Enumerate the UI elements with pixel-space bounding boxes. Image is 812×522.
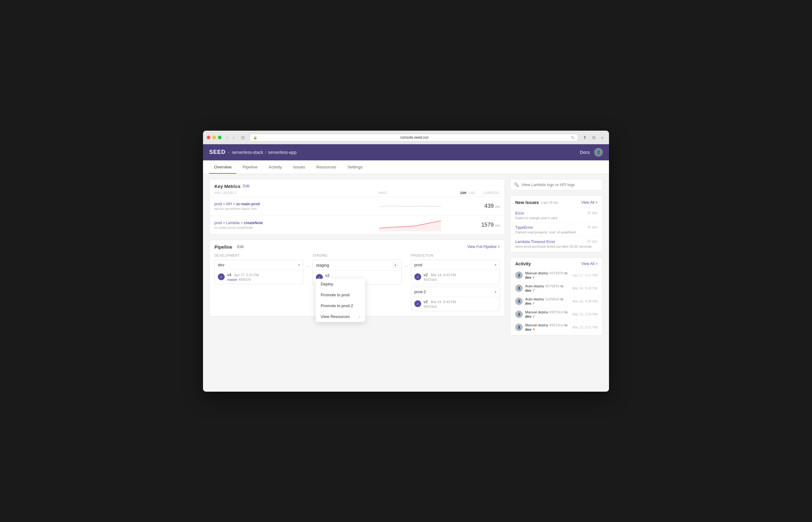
activity-text-2: Auto-deploy 1a266a5 to dev ✓ <box>525 297 570 306</box>
share-button[interactable]: ⬆ <box>581 134 588 141</box>
breadcrumb-app[interactable]: serverless-app <box>268 150 296 155</box>
activity-row-0: 👤 Manual deploy 45f507b to dev ✓ Apr 17,… <box>510 269 603 282</box>
search-input[interactable] <box>521 182 599 187</box>
nav-buttons: ‹ › <box>225 134 236 141</box>
new-tab-button[interactable]: ⧉ <box>590 134 597 141</box>
stage-label-prod: PRODUCTION <box>411 254 500 257</box>
activity-time-3: Mar 13, 3:34 PM <box>572 313 598 316</box>
more-button[interactable]: » <box>599 134 605 141</box>
activity-text-3: Manual deploy 4937dcd to dev ✓ <box>525 310 570 319</box>
metrics-header: Key Metrics Edit <box>209 179 505 191</box>
new-issues-card: New Issues Last 24 hrs View All > Error … <box>510 195 603 252</box>
metric-info-0: prod > API > sc-main-prod api-eu.serverl… <box>214 202 345 210</box>
staging-dropdown-menu: Deploy Promote to prod Promote to prod-2… <box>316 279 365 322</box>
view-resources-arrow: › <box>359 314 360 319</box>
issue-name-1[interactable]: TypeError <box>515 225 533 230</box>
activity-header: Activity View All > <box>510 258 603 269</box>
deploy-check-prod2: ✓ <box>414 300 421 307</box>
metrics-edit-link[interactable]: Edit <box>243 184 249 188</box>
env-card-prod2: prod-2 ▾ ✓ v2 Mar 24, 9:43 PM <box>411 287 500 311</box>
tab-resources[interactable]: Resources <box>311 160 341 174</box>
env-card-prod: prod ▾ ✓ v2 Mar 24, 9:43 PM <box>411 260 500 284</box>
minimize-button[interactable] <box>212 136 216 139</box>
search-box: 🔍 <box>510 179 603 190</box>
col-p95: P95 LATENCY <box>214 191 316 195</box>
period-24h[interactable]: 24H <box>460 191 466 195</box>
metric-subpath-0: api-eu.serverless-stack.com <box>214 207 345 210</box>
tab-settings[interactable]: Settings <box>342 160 368 174</box>
activity-time-1: Mar 24, 9:49 PM <box>572 286 598 290</box>
reload-button[interactable]: ↻ <box>571 135 575 140</box>
activity-view-all[interactable]: View All > <box>581 262 598 266</box>
env-card-header-prod2: prod-2 ▾ <box>411 287 499 297</box>
stage-label-staging: STAGING <box>313 254 401 257</box>
env-dropdown-prod2[interactable]: ▾ <box>495 290 496 294</box>
back-button[interactable]: ‹ <box>225 134 230 141</box>
activity-avatar-1: 👤 <box>515 284 523 292</box>
tab-issues[interactable]: Issues <box>288 160 310 174</box>
metric-path-0[interactable]: prod > API > sc-main-prod <box>214 202 345 206</box>
address-bar: 🔒 console.seed.run ↻ <box>250 134 578 141</box>
docs-link[interactable]: Docs <box>580 150 590 155</box>
app-header: SEED › serverless-stack / serverless-app… <box>203 144 609 160</box>
dropdown-item-view-resources[interactable]: View Resources › <box>316 311 365 322</box>
env-dropdown-staging[interactable]: ▾ <box>392 263 398 268</box>
dropdown-item-promote-prod2[interactable]: Promote to prod-2 <box>316 300 365 311</box>
activity-avatar-0: 👤 <box>515 272 523 279</box>
stage-production: PRODUCTION prod ▾ ✓ <box>411 254 500 311</box>
search-icon: 🔍 <box>514 182 519 187</box>
metric-info-1: prod > Lambda > createNote sc-notes-prod… <box>214 221 345 229</box>
env-dropdown-prod[interactable]: ▾ <box>495 263 496 266</box>
tab-overview[interactable]: Overview <box>209 160 236 174</box>
col-periods: 24H 14D <box>450 191 475 195</box>
logo[interactable]: SEED <box>209 149 226 156</box>
activity-row-1: 👤 Auto-deploy 45f507b to dev ✓ Mar 24, 9… <box>510 282 603 295</box>
metric-value-0: 439 ms <box>475 203 500 209</box>
dropdown-item-promote-prod[interactable]: Promote to prod <box>316 289 365 300</box>
pipeline-stages: DEVELOPMENT dev ▾ ✓ <box>209 253 505 316</box>
breadcrumb: serverless-stack / serverless-app <box>232 150 296 155</box>
env-card-header-prod: prod ▾ <box>411 260 499 270</box>
issues-view-all[interactable]: View All > <box>581 200 598 205</box>
browser-chrome: ‹ › ⊟ 🔒 console.seed.run ↻ ⬆ ⧉ » <box>203 130 609 144</box>
activity-avatar-3: 👤 <box>515 310 523 318</box>
issue-time-0: 3h ago <box>587 211 598 215</box>
env-card-dev: dev ▾ ✓ v4 Apr 17, 5:31 PM <box>214 260 303 284</box>
app: SEED › serverless-stack / serverless-app… <box>203 144 609 392</box>
stage-arrow-2: → <box>402 254 411 270</box>
tab-activity[interactable]: Activity <box>264 160 287 174</box>
stage-staging: STAGING staging ▾ ✓ <box>313 254 401 285</box>
close-button[interactable] <box>207 136 210 139</box>
pipeline-card: Pipeline Edit View Full Pipeline > DEVEL… <box>209 240 505 316</box>
deploy-info-prod2: v2 Mar 24, 9:43 PM 4937dcd <box>424 299 496 308</box>
sidebar-toggle-button[interactable]: ⊟ <box>239 134 247 141</box>
avatar[interactable]: 👤 <box>594 148 603 157</box>
tab-pipeline[interactable]: Pipeline <box>238 160 263 174</box>
issue-time-2: 5h ago <box>587 239 598 243</box>
env-deploy-dev: ✓ v4 Apr 17, 5:31 PM master 45 <box>215 270 303 284</box>
issue-name-0[interactable]: Error <box>515 211 524 216</box>
issue-row-2: Lambda Timeout Error 5h ago store-prod-p… <box>510 237 603 252</box>
metric-path-1[interactable]: prod > Lambda > createNote <box>214 221 345 225</box>
forward-button[interactable]: › <box>231 134 236 141</box>
period-14d[interactable]: 14D <box>469 191 475 195</box>
breadcrumb-stack[interactable]: serverless-stack <box>232 150 263 155</box>
stage-arrow-1: → <box>303 254 313 270</box>
maximize-button[interactable] <box>218 136 222 139</box>
env-dropdown-dev[interactable]: ▾ <box>298 263 300 266</box>
issue-desc-0: Failed to charge user's card <box>515 216 598 220</box>
dropdown-item-deploy[interactable]: Deploy <box>316 279 365 289</box>
browser-window: ‹ › ⊟ 🔒 console.seed.run ↻ ⬆ ⧉ » SEED › … <box>203 130 609 392</box>
pipeline-edit-link[interactable]: Edit <box>237 245 244 249</box>
deploy-info-dev: v4 Apr 17, 5:31 PM master 45f507b <box>227 273 300 281</box>
activity-avatar-2: 👤 <box>515 298 523 305</box>
env-name-staging: staging <box>316 263 329 267</box>
activity-avatar-4: 👤 <box>515 324 523 331</box>
issue-name-2[interactable]: Lambda Timeout Error <box>515 239 555 244</box>
issue-row-top-2: Lambda Timeout Error 5h ago <box>515 239 598 244</box>
deploy-meta-dev: master 45f507b <box>227 278 300 281</box>
view-full-pipeline-link[interactable]: View Full Pipeline > <box>467 245 500 249</box>
header-left: SEED › serverless-stack / serverless-app <box>209 149 296 156</box>
issue-desc-1: Cannot read property 'cost' of undefined <box>515 230 598 234</box>
activity-row-2: 👤 Auto-deploy 1a266a5 to dev ✓ Mar 13, 3… <box>510 295 603 308</box>
